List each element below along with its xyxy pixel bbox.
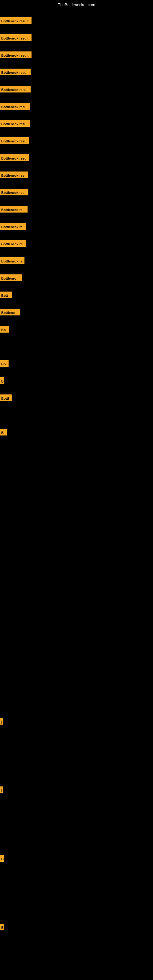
bottleneck-badge-24: | xyxy=(0,786,3,793)
bottleneck-badge-22: B xyxy=(0,429,7,436)
bottleneck-badge-9: Bottleneck res xyxy=(0,172,28,178)
bottleneck-badge-6: Bottleneck resu xyxy=(0,120,30,127)
bottleneck-badge-8: Bottleneck resu xyxy=(0,154,29,161)
bottleneck-badge-11: Bottleneck re xyxy=(0,206,27,213)
bottleneck-badge-20: B xyxy=(0,377,4,384)
bottleneck-badge-23: | xyxy=(0,718,3,725)
bottleneck-badge-1: Bottleneck result xyxy=(0,34,32,41)
bottleneck-badge-18: Bo xyxy=(0,326,9,332)
bottleneck-badge-25: B xyxy=(0,855,4,862)
bottleneck-badge-4: Bottleneck resul xyxy=(0,86,30,92)
bottleneck-badge-5: Bottleneck resu xyxy=(0,103,30,110)
bottleneck-badge-13: Bottleneck re xyxy=(0,240,26,247)
bottleneck-badge-26: B xyxy=(0,924,4,931)
bottleneck-badge-16: Bott xyxy=(0,291,12,298)
bottleneck-badge-3: Bottleneck resul xyxy=(0,68,30,75)
bottleneck-badge-7: Bottleneck resu xyxy=(0,137,29,144)
bottleneck-badge-19: Bo xyxy=(0,360,9,367)
bottleneck-badge-17: Bottlene xyxy=(0,309,20,315)
bottleneck-badge-2: Bottleneck result xyxy=(0,51,32,58)
bottleneck-badge-10: Bottleneck res xyxy=(0,189,28,196)
bottleneck-badge-21: Bottl xyxy=(0,395,12,401)
bottleneck-badge-12: Bottleneck re xyxy=(0,223,26,230)
bottleneck-badge-14: Bottleneck re xyxy=(0,257,24,264)
bottleneck-badge-15: Bottlenec xyxy=(0,274,22,281)
site-title: TheBottlenecker.com xyxy=(0,2,153,7)
bottleneck-badge-0: Bottleneck result xyxy=(0,17,32,24)
